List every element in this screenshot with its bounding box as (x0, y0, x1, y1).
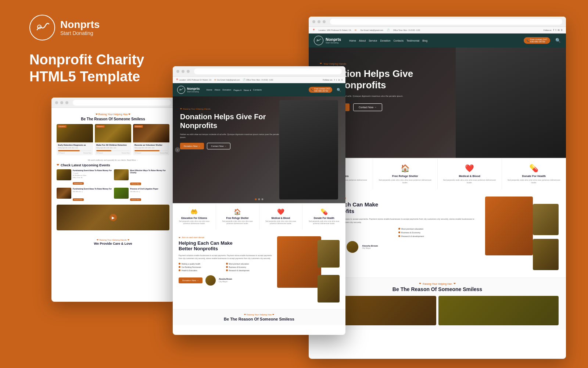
list-item: Education Become an Volunteer Shelter Se… (133, 124, 169, 155)
nav-link-news[interactable]: News ▾ (244, 89, 251, 91)
event-meta-1: 7 Lowell24 Rift Avenue ValueOffice Time:… (73, 172, 112, 179)
card-image-1: Education (57, 124, 93, 142)
event-btn-2[interactable]: Donate Now (130, 183, 141, 185)
instagram-icon[interactable]: in (338, 79, 340, 81)
event-btn-4[interactable]: Donate Now (130, 198, 141, 201)
cp-about-right (277, 236, 340, 302)
donation-now-button[interactable]: Donation Now → (180, 143, 204, 149)
rp-service-medical: ❤️ Medical & Blood Sed perpendis onde ul… (438, 159, 502, 189)
browser-dot (182, 70, 184, 73)
rp-service-text-medical: Sed perpendis onde ulmo ome ulmo esse po… (441, 179, 498, 184)
about-cta: Donation Now → Aleesha Brown City Mayor (179, 275, 272, 286)
search-icon[interactable]: 🔍 (337, 88, 341, 92)
nav-link-donation[interactable]: Donation (222, 89, 231, 91)
panel-left: ❤ Raising Your Helping Han ❤ Be The Reas… (51, 98, 175, 302)
cp-bottom-title: Be The Reason Of Someone Smiless (179, 317, 340, 321)
facebook-icon[interactable]: f (334, 79, 335, 81)
card-footer-2: Of Raised Donate Now (96, 152, 130, 154)
rp-nav-home[interactable]: Home (349, 39, 356, 42)
cp-topbar: 📍 Location: 1291 Professor Dr Hubert, CA… (173, 77, 345, 83)
rp-nav-brand: Nonprts Start Donating (314, 36, 341, 45)
event-btn-3[interactable]: Donate Now (73, 198, 84, 201)
lp-heading-small: ❤ Raising Your Helping Han ❤ (57, 113, 169, 116)
rp-facebook-icon[interactable]: f (553, 29, 554, 31)
rp-contact-button[interactable]: Contact Now → (353, 103, 382, 111)
card-title-1: Early Detection Diagnosis as (58, 144, 92, 146)
rp-services: 🤲 For Citizens Sed perpendis onde ulmo o… (309, 158, 566, 189)
event-img-2 (114, 169, 129, 180)
cp-nav-phone: 📞 Free contact 24/7 930-660-26730 (309, 87, 332, 93)
hero-buttons: Donation Now → Contact Now → (180, 143, 279, 149)
rp-service-title-health: Donate For Health (506, 174, 562, 178)
about-main-image (277, 236, 321, 288)
service-title-education: Education For Citizens (176, 217, 213, 219)
education-icon: 🤲 (176, 208, 213, 215)
rp-brand-tagline: Start Donating (326, 42, 341, 44)
about-donate-button[interactable]: Donation Now → (179, 277, 202, 283)
list-dot (398, 235, 400, 237)
nav-link-about[interactable]: About (215, 89, 220, 91)
service-title-shelter: Free Refuge Shelter (219, 217, 256, 219)
nav-link-pages[interactable]: Pages ▾ (233, 89, 241, 91)
rp-nav-donation[interactable]: Donation (380, 39, 391, 42)
event-info-1: Fundraising Event Ideas To Raise Money F… (73, 169, 112, 186)
about-tag: ❤ Join us and start donati (179, 236, 272, 239)
rp-twitter-icon[interactable]: t (555, 29, 556, 31)
rp-service-health: 💊 Donate For Health Sed perpendis onde u… (502, 159, 566, 189)
topbar-email-text: Our Email: help@gmail.com (217, 79, 240, 81)
browser-dot (312, 20, 315, 23)
contact-now-button[interactable]: Contact Now → (207, 143, 230, 149)
list-item: Education Make For All Children Detectio… (95, 124, 131, 155)
brand-tagline: Start Donating (60, 30, 100, 36)
twitter-icon[interactable]: t (336, 79, 337, 81)
hero-dot-2[interactable] (258, 198, 260, 200)
list-dot (226, 263, 228, 265)
play-button-icon[interactable]: ▶ (110, 214, 117, 221)
lp-title: Be The Reason Of Someone Smiless (57, 117, 169, 121)
event-title-3: Fundraising Event Ideas To Raise Money F… (73, 188, 112, 190)
event-btn-1[interactable]: Donate Now (73, 182, 84, 185)
event-title-4: Process of Civil Litigation Paper (130, 188, 169, 190)
nav-link-contacts[interactable]: Contacts (253, 89, 262, 91)
about-list: Making a quality health Most premium edu… (179, 263, 272, 272)
progress-fill-1 (58, 150, 80, 151)
list-dot (398, 228, 400, 230)
email-icon: ✉ (214, 78, 216, 81)
list-item: Process of Civil Litigation Paper 24th M… (114, 188, 169, 202)
rp-person-title: City Mayor (362, 247, 378, 249)
progress-fill-3 (135, 150, 159, 151)
nav-logo (177, 86, 185, 94)
rp-about-small-image-2 (533, 239, 559, 270)
rp-hero: ❤ Your Helping Hands Donation Helps Give… (309, 47, 566, 158)
list-item: Making a quality health (179, 263, 225, 265)
lp-bottom-title: We Provide Care & Love (57, 242, 169, 245)
hero-prev-arrow[interactable]: ‹ (175, 147, 180, 152)
nav-link-home[interactable]: Home (207, 89, 212, 91)
hero-dot-3[interactable] (262, 198, 263, 200)
list-item: Research & development (398, 235, 479, 237)
rp-follow-text: Follow us: (544, 29, 552, 31)
rp-nav-contacts[interactable]: Contacts (394, 39, 404, 42)
rp-linkedin-icon[interactable]: li (561, 29, 562, 31)
rp-nav-phone: 📞 Free contact 24/7 930-660-26730 (524, 37, 550, 44)
rp-person-name: Aleesha Brown (362, 245, 378, 247)
rp-nav-blog[interactable]: Blog (422, 39, 427, 42)
panel-right: 📍 Location: 1291 Professor Dr Hubert, CA… (309, 17, 566, 359)
rp-nav-testimonial[interactable]: Testimonial (406, 39, 419, 42)
rp-nav-about[interactable]: About (359, 39, 366, 42)
cp-about: ❤ Join us and start donati Helping Each … (173, 230, 345, 309)
linkedin-icon[interactable]: li (341, 79, 343, 81)
list-item: Most premium education (398, 228, 479, 230)
browser-dot (60, 101, 63, 104)
rp-instagram-icon[interactable]: in (557, 29, 559, 31)
rp-service-text-health: Sed perpendis onde ulmo ome ulmo esse po… (506, 179, 562, 184)
rp-search-icon[interactable]: 🔍 (555, 38, 561, 43)
hero-dot-1[interactable] (255, 198, 257, 200)
about-title: Helping Each Can MakeBetter Nonprofits (179, 240, 272, 252)
rp-health-icon: 💊 (506, 164, 562, 173)
cp-hero-content: ❤ Raising Your Helping Hands Donation He… (180, 107, 279, 149)
browser-dot (323, 20, 326, 23)
rp-service-title-shelter: Free Refuge Shelter (377, 174, 433, 178)
list-dot (398, 231, 400, 233)
rp-nav-service[interactable]: Service (369, 39, 377, 42)
